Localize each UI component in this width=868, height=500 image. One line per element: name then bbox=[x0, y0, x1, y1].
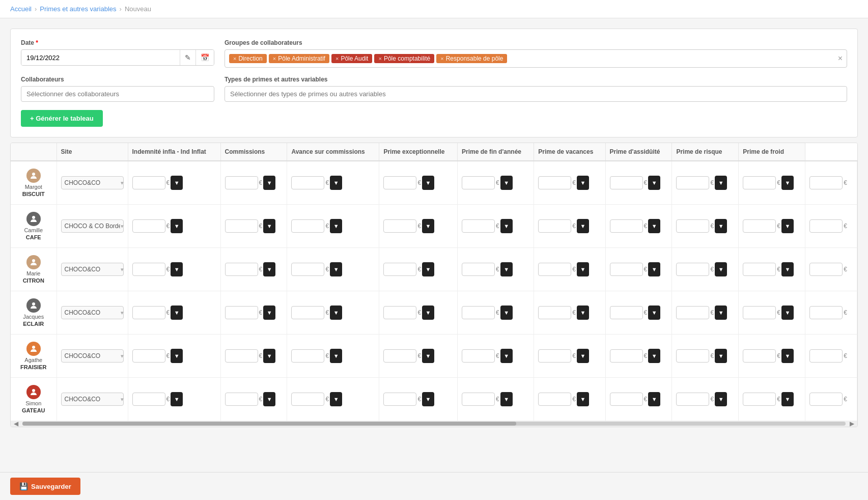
amount-input[interactable] bbox=[383, 263, 416, 276]
amount-input[interactable] bbox=[538, 393, 571, 406]
down-button[interactable]: ▼ bbox=[577, 176, 589, 190]
amount-input[interactable] bbox=[676, 263, 709, 276]
date-input[interactable] bbox=[21, 50, 180, 65]
down-button[interactable]: ▼ bbox=[715, 262, 727, 276]
amount-input[interactable] bbox=[676, 306, 709, 319]
amount-input[interactable] bbox=[383, 176, 416, 189]
collaborateurs-input[interactable] bbox=[21, 86, 214, 102]
down-button[interactable]: ▼ bbox=[330, 305, 342, 320]
horizontal-scrollbar[interactable]: ◀ ▶ bbox=[11, 421, 857, 427]
down-button[interactable]: ▼ bbox=[422, 392, 434, 406]
down-button[interactable]: ▼ bbox=[715, 176, 727, 190]
down-button[interactable]: ▼ bbox=[422, 176, 434, 190]
down-button[interactable]: ▼ bbox=[263, 262, 275, 276]
down-button[interactable]: ▼ bbox=[781, 305, 794, 320]
down-button[interactable]: ▼ bbox=[330, 392, 342, 406]
date-calendar-icon[interactable]: 📅 bbox=[195, 50, 214, 65]
scroll-left-btn[interactable]: ◀ bbox=[12, 420, 20, 427]
down-button[interactable]: ▼ bbox=[781, 219, 794, 233]
amount-input[interactable] bbox=[538, 176, 571, 189]
down-button[interactable]: ▼ bbox=[715, 392, 727, 406]
generate-button[interactable]: Générer le tableau bbox=[21, 110, 103, 127]
amount-input[interactable] bbox=[676, 349, 709, 363]
amount-input[interactable] bbox=[676, 176, 709, 189]
scroll-right-btn[interactable]: ▶ bbox=[848, 420, 856, 427]
amount-input[interactable] bbox=[291, 263, 324, 276]
down-button[interactable]: ▼ bbox=[263, 305, 275, 320]
down-button[interactable]: ▼ bbox=[263, 219, 275, 233]
down-button[interactable]: ▼ bbox=[171, 176, 183, 190]
site-select[interactable]: CHOCO&CO bbox=[61, 306, 124, 319]
amount-input[interactable] bbox=[225, 176, 258, 189]
amount-input[interactable] bbox=[743, 176, 776, 189]
amount-input-last[interactable] bbox=[809, 219, 843, 233]
amount-input[interactable] bbox=[610, 176, 643, 189]
amount-input[interactable] bbox=[225, 393, 258, 406]
down-button[interactable]: ▼ bbox=[330, 349, 342, 363]
down-button[interactable]: ▼ bbox=[577, 349, 589, 363]
tags-close-btn[interactable]: × bbox=[838, 54, 843, 63]
down-button[interactable]: ▼ bbox=[577, 262, 589, 276]
amount-input-last[interactable] bbox=[809, 349, 843, 363]
amount-input[interactable] bbox=[291, 176, 324, 189]
amount-input[interactable] bbox=[225, 349, 258, 363]
amount-input[interactable] bbox=[291, 393, 324, 406]
amount-input[interactable] bbox=[676, 219, 709, 233]
amount-input[interactable] bbox=[462, 393, 495, 406]
site-select[interactable]: CHOCO&CO bbox=[61, 263, 124, 276]
down-button[interactable]: ▼ bbox=[648, 262, 660, 276]
down-button[interactable]: ▼ bbox=[171, 219, 183, 233]
breadcrumb-primes[interactable]: Primes et autres variables bbox=[40, 5, 116, 13]
down-button[interactable]: ▼ bbox=[263, 176, 275, 190]
amount-input[interactable] bbox=[462, 263, 495, 276]
amount-input[interactable] bbox=[132, 263, 165, 276]
amount-input[interactable] bbox=[383, 393, 416, 406]
amount-input[interactable] bbox=[538, 219, 571, 233]
groupes-tags-input[interactable]: × Direction× Pôle Administratif× Pôle Au… bbox=[225, 49, 847, 68]
down-button[interactable]: ▼ bbox=[648, 349, 660, 363]
down-button[interactable]: ▼ bbox=[422, 305, 434, 320]
down-button[interactable]: ▼ bbox=[422, 349, 434, 363]
down-button[interactable]: ▼ bbox=[648, 176, 660, 190]
amount-input[interactable] bbox=[132, 176, 165, 189]
tag-remove[interactable]: × bbox=[335, 55, 339, 62]
tag-remove[interactable]: × bbox=[378, 55, 381, 62]
down-button[interactable]: ▼ bbox=[500, 349, 513, 363]
amount-input[interactable] bbox=[610, 219, 643, 233]
amount-input[interactable] bbox=[291, 219, 324, 233]
amount-input[interactable] bbox=[291, 349, 324, 363]
tag-remove[interactable]: × bbox=[273, 55, 276, 62]
down-button[interactable]: ▼ bbox=[171, 392, 183, 406]
amount-input[interactable] bbox=[132, 219, 165, 233]
down-button[interactable]: ▼ bbox=[500, 176, 513, 190]
down-button[interactable]: ▼ bbox=[715, 349, 727, 363]
tag-remove[interactable]: × bbox=[440, 55, 443, 62]
amount-input[interactable] bbox=[743, 219, 776, 233]
site-select[interactable]: CHOCO&CO bbox=[61, 349, 124, 363]
amount-input[interactable] bbox=[462, 176, 495, 189]
amount-input[interactable] bbox=[132, 349, 165, 363]
down-button[interactable]: ▼ bbox=[263, 349, 275, 363]
site-select[interactable]: CHOCO & CO Bordeaux bbox=[61, 219, 124, 233]
types-input[interactable] bbox=[225, 86, 847, 102]
site-select[interactable]: CHOCO&CO bbox=[61, 176, 124, 189]
breadcrumb-home[interactable]: Accueil bbox=[10, 5, 32, 13]
down-button[interactable]: ▼ bbox=[422, 219, 434, 233]
down-button[interactable]: ▼ bbox=[715, 219, 727, 233]
amount-input[interactable] bbox=[225, 306, 258, 319]
amount-input[interactable] bbox=[383, 306, 416, 319]
down-button[interactable]: ▼ bbox=[648, 392, 660, 406]
down-button[interactable]: ▼ bbox=[715, 305, 727, 320]
amount-input[interactable] bbox=[132, 306, 165, 319]
down-button[interactable]: ▼ bbox=[330, 219, 342, 233]
down-button[interactable]: ▼ bbox=[577, 305, 589, 320]
tag-remove[interactable]: × bbox=[233, 55, 236, 62]
amount-input[interactable] bbox=[383, 219, 416, 233]
amount-input[interactable] bbox=[743, 393, 776, 406]
amount-input-last[interactable] bbox=[809, 176, 843, 189]
down-button[interactable]: ▼ bbox=[781, 349, 794, 363]
down-button[interactable]: ▼ bbox=[781, 176, 794, 190]
amount-input[interactable] bbox=[225, 219, 258, 233]
amount-input[interactable] bbox=[610, 393, 643, 406]
down-button[interactable]: ▼ bbox=[500, 305, 513, 320]
